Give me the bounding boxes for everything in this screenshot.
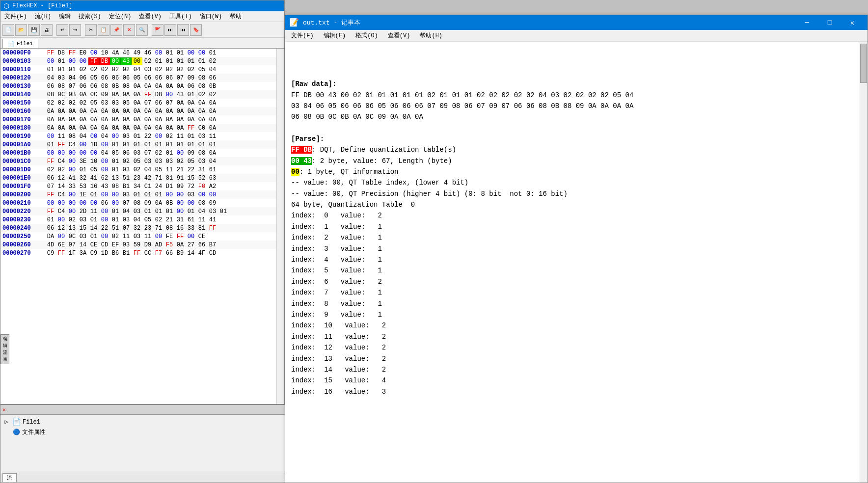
hex-byte[interactable]: 97 (67, 242, 77, 248)
undo-button[interactable]: ↩ (56, 24, 68, 36)
redo-button[interactable]: ↪ (69, 24, 81, 36)
hex-byte[interactable]: 02 (175, 66, 185, 73)
hex-byte[interactable]: 00 (67, 191, 77, 198)
hex-byte[interactable]: 04 (121, 208, 131, 215)
hex-byte[interactable]: 00 (78, 141, 88, 148)
hex-byte[interactable]: 0A (78, 91, 88, 98)
hex-byte[interactable]: 00 (175, 200, 185, 207)
hex-byte[interactable]: 0C (89, 91, 99, 98)
hex-byte[interactable]: 0A (121, 125, 131, 132)
hex-byte[interactable]: 43 (175, 91, 185, 98)
hex-byte[interactable]: 33 (67, 183, 77, 190)
notepad-content[interactable]: [Raw data]:FF DB 00 43 00 02 01 01 01 01… (285, 42, 868, 483)
hex-byte[interactable]: 01 (186, 141, 196, 148)
hex-byte[interactable]: 0A (132, 108, 142, 115)
hex-byte[interactable]: C9 (46, 250, 55, 257)
hex-byte[interactable]: C4 (56, 191, 66, 198)
hex-byte[interactable]: 09 (175, 183, 185, 190)
hex-byte[interactable]: 01 (110, 158, 120, 165)
hex-byte[interactable]: 03 (56, 75, 66, 81)
hex-byte[interactable]: 0A (197, 116, 207, 123)
hex-byte[interactable]: C9 (89, 250, 99, 257)
hex-byte[interactable]: 02 (132, 166, 142, 173)
menu-edit[interactable]: 编辑 (57, 12, 73, 21)
hex-byte[interactable]: 02 (164, 133, 174, 140)
hex-byte[interactable]: 62 (100, 175, 109, 182)
hex-byte[interactable]: 34 (132, 183, 142, 190)
hex-byte[interactable]: 63 (208, 175, 217, 182)
open-button[interactable]: 📂 (15, 24, 27, 36)
hex-byte[interactable]: 61 (186, 216, 196, 223)
hex-byte[interactable]: 02 (110, 233, 120, 240)
tree-item-file1[interactable]: ▷ 📄 File1 (2, 417, 283, 427)
hex-byte[interactable]: 81 (164, 175, 174, 182)
hex-byte[interactable]: 13 (110, 175, 120, 182)
hex-byte[interactable]: 00 (110, 191, 120, 198)
hex-byte[interactable]: 00 (56, 200, 66, 207)
hex-byte[interactable]: 00 (110, 200, 120, 207)
hex-byte[interactable]: C1 (143, 183, 153, 190)
hex-byte[interactable]: 01 (143, 191, 153, 198)
hex-byte[interactable]: 0A (154, 116, 163, 123)
hex-byte[interactable]: B1 (121, 183, 131, 190)
hex-byte[interactable]: 11 (143, 233, 153, 240)
hex-byte[interactable]: EF (110, 242, 120, 248)
notepad-scrollbar-v[interactable] (860, 42, 868, 483)
hex-byte[interactable]: 22 (186, 166, 196, 173)
hex-byte[interactable]: 16 (89, 183, 99, 190)
hex-byte[interactable]: 46 (121, 50, 131, 56)
hex-byte[interactable]: 07 (175, 75, 185, 81)
hex-byte[interactable]: 00 (67, 58, 77, 65)
hex-byte[interactable]: 05 (143, 216, 153, 223)
hex-byte[interactable]: 0A (208, 116, 217, 123)
hex-byte[interactable]: 0A (100, 108, 109, 115)
hex-byte[interactable]: 71 (154, 225, 163, 232)
hex-byte[interactable]: 04 (132, 66, 142, 73)
hex-byte[interactable]: 00 (78, 150, 88, 157)
hex-byte[interactable]: 03 (121, 191, 131, 198)
hex-byte[interactable]: 06 (164, 75, 174, 81)
hex-byte[interactable]: 0A (143, 116, 153, 123)
menu-goto[interactable]: 定位(N) (107, 12, 134, 21)
hex-byte[interactable]: 01 (175, 50, 185, 56)
hex-byte[interactable]: 00 (100, 166, 109, 173)
hex-byte[interactable]: 11 (56, 133, 66, 140)
hex-byte[interactable]: 08 (67, 133, 77, 140)
hex-byte[interactable]: 05 (89, 100, 99, 107)
hex-byte[interactable]: 0A (175, 116, 185, 123)
hex-byte[interactable]: 03 (132, 233, 142, 240)
hex-byte[interactable]: 00 (154, 50, 163, 56)
notepad-scrollbar-thumb[interactable] (860, 44, 867, 83)
hex-byte[interactable]: 04 (208, 158, 217, 165)
hex-byte[interactable]: 93 (121, 242, 131, 248)
hex-byte[interactable]: 03 (143, 66, 153, 73)
hex-byte[interactable]: FF (132, 250, 142, 257)
hex-byte[interactable]: 0A (56, 125, 66, 132)
hex-byte[interactable]: 0A (132, 83, 142, 90)
hex-byte[interactable]: B9 (175, 250, 185, 257)
hex-byte[interactable]: B6 (110, 250, 120, 257)
hex-byte[interactable]: 41 (208, 216, 217, 223)
hex-byte[interactable]: 0A (175, 100, 185, 107)
hex-byte[interactable]: 06 (89, 83, 99, 90)
hex-byte[interactable]: 43 (100, 183, 109, 190)
hex-byte[interactable]: 00 (67, 150, 77, 157)
hex-byte[interactable]: 0A (154, 108, 163, 115)
hex-byte[interactable]: 0A (164, 83, 174, 90)
hex-byte[interactable]: 1F (67, 250, 77, 257)
menu-help[interactable]: 帮助 (228, 12, 244, 21)
hex-byte[interactable]: 0A (78, 108, 88, 115)
hex-byte[interactable]: 01 (197, 141, 207, 148)
minimize-button[interactable]: ─ (796, 15, 818, 30)
hex-byte[interactable]: 31 (175, 216, 185, 223)
hex-byte[interactable]: FF (89, 58, 99, 65)
hex-byte[interactable]: 02 (175, 158, 185, 165)
hex-byte[interactable]: 08 (110, 183, 120, 190)
hex-byte[interactable]: 04 (78, 133, 88, 140)
copy-button[interactable]: 📋 (98, 24, 109, 36)
print-button[interactable]: 🖨 (41, 24, 53, 36)
hex-byte[interactable]: 02 (56, 166, 66, 173)
hex-byte[interactable]: 03 (132, 150, 142, 157)
hex-byte[interactable]: FF (46, 50, 55, 56)
hex-byte[interactable]: 16 (175, 225, 185, 232)
